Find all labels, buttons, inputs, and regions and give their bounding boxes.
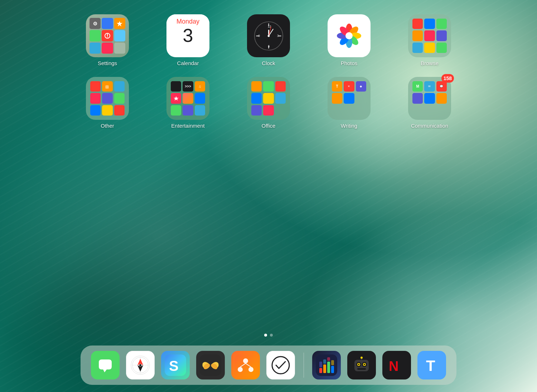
dock: S [81, 346, 456, 385]
svg-marker-2 [117, 21, 122, 26]
dot-1[interactable] [264, 334, 267, 337]
svg-rect-54 [323, 364, 326, 373]
dot-2[interactable] [270, 334, 273, 337]
netflix-icon: N [386, 354, 407, 376]
dock-netflix[interactable]: N [382, 351, 411, 379]
svg-rect-59 [327, 357, 330, 361]
svg-marker-29 [174, 96, 179, 101]
svg-text:S: S [169, 358, 179, 374]
svg-point-46 [238, 367, 243, 372]
dock-slides[interactable]: S [161, 351, 190, 379]
omnigraffle-icon [235, 354, 256, 376]
dock-omnifocus[interactable] [266, 351, 295, 379]
app-calendar[interactable]: Monday 3 Calendar [162, 14, 214, 66]
photos-icon [333, 20, 365, 52]
svg-point-67 [358, 364, 359, 365]
svg-text:3: 3 [277, 34, 279, 38]
messages-icon [95, 354, 116, 376]
app-entertainment[interactable]: >>> ♫ Entertainment [162, 77, 214, 129]
safari-icon [130, 354, 151, 376]
writing-label: Writing [341, 123, 357, 129]
page-dots [264, 334, 273, 337]
dock-tes[interactable] [196, 351, 225, 379]
dock-omnigraffle[interactable] [231, 351, 260, 379]
svg-rect-44 [235, 354, 256, 376]
svg-point-5 [107, 37, 108, 38]
tes-icon [200, 354, 221, 376]
app-settings[interactable]: Settings [82, 14, 134, 66]
svg-text:⊞: ⊞ [105, 84, 109, 89]
svg-point-1 [95, 23, 96, 24]
svg-point-43 [210, 364, 211, 366]
patterned-icon [316, 354, 337, 376]
svg-text:N: N [389, 359, 398, 374]
svg-point-18 [267, 35, 270, 37]
svg-text:T: T [426, 357, 435, 374]
clock-label: Clock [262, 60, 275, 66]
app-photos[interactable]: Photos [323, 14, 375, 66]
dock-messages[interactable] [91, 351, 120, 379]
svg-text:6: 6 [268, 44, 270, 48]
other-label: Other [101, 123, 114, 129]
svg-point-47 [248, 367, 253, 372]
app-browse[interactable]: Browse [404, 14, 456, 66]
slides-icon: S [165, 354, 186, 376]
teleprompter-icon: T [421, 354, 442, 376]
svg-point-71 [361, 357, 363, 359]
omnifocus-icon [270, 354, 291, 376]
clock-icon: 12 3 6 9 [253, 21, 284, 51]
calendar-day: 3 [183, 26, 193, 45]
svg-rect-57 [319, 362, 322, 367]
office-label: Office [262, 123, 276, 129]
calendar-month: Monday [166, 14, 209, 25]
communication-label: Communication [411, 123, 448, 129]
photos-label: Photos [341, 60, 358, 66]
svg-point-68 [364, 364, 365, 365]
app-writing[interactable]: T ✕ ◆ Writing [323, 77, 375, 129]
calendar-label: Calendar [177, 60, 199, 66]
app-communication[interactable]: M ✉ 💬 158 Communication [404, 77, 456, 129]
pastebot-icon [351, 354, 372, 376]
svg-point-27 [345, 32, 353, 39]
app-clock[interactable]: 12 3 6 9 Clock [243, 14, 295, 66]
svg-rect-58 [323, 359, 326, 364]
svg-rect-53 [319, 368, 322, 373]
svg-point-45 [243, 358, 248, 363]
svg-rect-60 [331, 360, 334, 365]
svg-rect-50 [270, 354, 291, 376]
dock-teleprompter[interactable]: T [417, 351, 446, 379]
svg-point-39 [139, 364, 141, 366]
app-grid: Settings Monday 3 Calendar [0, 14, 537, 129]
svg-rect-55 [327, 362, 330, 373]
svg-rect-56 [331, 366, 334, 373]
app-office[interactable]: Office [243, 77, 295, 129]
home-screen: Settings Monday 3 Calendar [0, 0, 537, 392]
settings-label: Settings [98, 60, 117, 66]
svg-rect-52 [316, 354, 337, 376]
dock-pastebot[interactable] [347, 351, 376, 379]
communication-badge: 158 [441, 74, 454, 83]
svg-rect-69 [357, 368, 366, 370]
dock-divider [304, 353, 304, 378]
entertainment-label: Entertainment [171, 123, 204, 129]
browse-label: Browse [421, 60, 439, 66]
dock-safari[interactable] [126, 351, 155, 379]
app-other[interactable]: ⊞ Other [82, 77, 134, 129]
svg-text:9: 9 [258, 34, 260, 38]
dock-patterned[interactable] [312, 351, 341, 379]
